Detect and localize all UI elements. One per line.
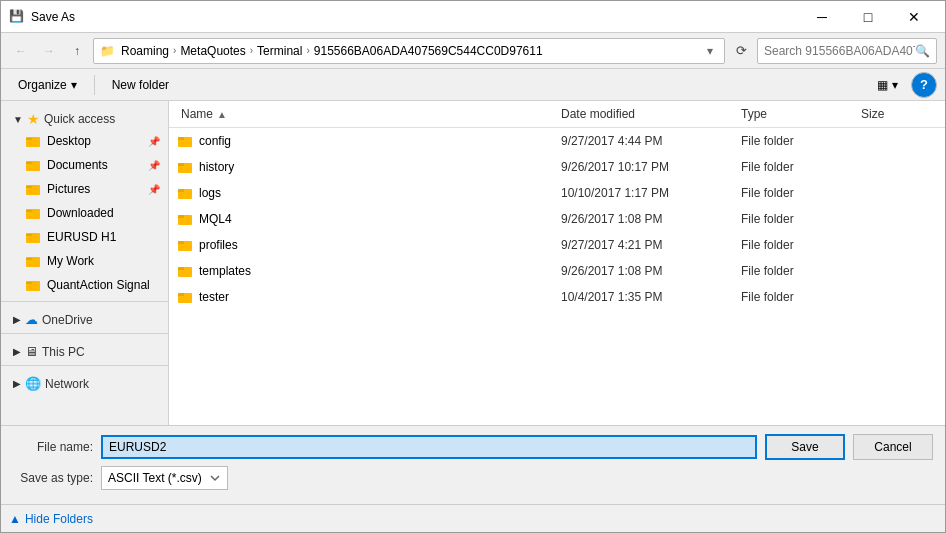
back-button[interactable]: ← [9,39,33,63]
up-button[interactable]: ↑ [65,39,89,63]
main-content: ▼ ★ Quick access Desktop 📌 Documents 📌 [1,101,945,425]
thispc-arrow-icon: ▶ [13,346,21,357]
address-dropdown-icon[interactable]: ▾ [702,44,718,58]
svg-rect-1 [26,138,32,140]
column-headers: Name ▲ Date modified Type Size [169,101,945,128]
minimize-button[interactable]: ─ [799,1,845,33]
file-date-cell: 9/26/2017 1:08 PM [557,264,737,278]
thispc-label: This PC [42,345,85,359]
dialog-title: Save As [31,10,799,24]
table-row[interactable]: history 9/26/2017 10:17 PM File folder [169,154,945,180]
network-label: Network [45,377,89,391]
desktop-label: Desktop [47,134,91,148]
help-button[interactable]: ? [911,72,937,98]
table-row[interactable]: config 9/27/2017 4:44 PM File folder [169,128,945,154]
breadcrumb-icon: 📁 [100,44,115,58]
sidebar-item-quantaction[interactable]: QuantAction Signal [1,273,168,297]
filename-input[interactable] [101,435,757,459]
maximize-button[interactable]: □ [845,1,891,33]
file-type-cell: File folder [737,264,857,278]
downloaded-label: Downloaded [47,206,114,220]
svg-rect-3 [26,162,32,164]
address-bar[interactable]: 📁 Roaming › MetaQuotes › Terminal › 9155… [93,38,725,64]
sidebar-item-pictures[interactable]: Pictures 📌 [1,177,168,201]
sidebar-section-this-pc[interactable]: ▶ 🖥 This PC [1,338,168,361]
sidebar-section-network[interactable]: ▶ 🌐 Network [1,370,168,393]
sidebar-item-documents[interactable]: Documents 📌 [1,153,168,177]
folder-icon [177,289,193,305]
folder-icon [177,211,193,227]
svg-rect-21 [178,215,184,218]
col-size-label: Size [861,107,884,121]
save-button[interactable]: Save [765,434,845,460]
organize-dropdown-icon: ▾ [71,78,77,92]
dialog-icon: 💾 [9,9,25,25]
file-name-cell: config [177,133,557,149]
view-toggle-button[interactable]: ▦ ▾ [868,73,907,97]
col-header-name[interactable]: Name ▲ [177,105,557,123]
onedrive-arrow-icon: ▶ [13,314,21,325]
file-name-label: templates [199,264,251,278]
file-name-label: MQL4 [199,212,232,226]
sidebar-section-onedrive[interactable]: ▶ ☁ OneDrive [1,306,168,329]
refresh-button[interactable]: ⟳ [729,38,753,64]
network-icon: 🌐 [25,376,41,391]
view-controls: ▦ ▾ [868,73,907,97]
search-icon: 🔍 [915,44,930,58]
col-header-size[interactable]: Size [857,105,937,123]
action-toolbar: Organize ▾ New folder ▦ ▾ ? [1,69,945,101]
sidebar-item-desktop[interactable]: Desktop 📌 [1,129,168,153]
savetype-select[interactable]: ASCII Text (*.csv) CSV (*.csv) Text (*.t… [101,466,228,490]
sidebar-item-my-work[interactable]: My Work [1,249,168,273]
search-box[interactable]: 🔍 [757,38,937,64]
col-type-label: Type [741,107,767,121]
table-row[interactable]: templates 9/26/2017 1:08 PM File folder [169,258,945,284]
quantaction-folder-icon [25,277,41,293]
downloaded-folder-icon [25,205,41,221]
table-row[interactable]: profiles 9/27/2017 4:21 PM File folder [169,232,945,258]
network-arrow-icon: ▶ [13,378,21,389]
svg-rect-15 [178,137,184,140]
content-area: Name ▲ Date modified Type Size [169,101,945,425]
file-type-cell: File folder [737,160,857,174]
organize-button[interactable]: Organize ▾ [9,73,86,97]
documents-pin-icon: 📌 [148,160,160,171]
table-row[interactable]: logs 10/10/2017 1:17 PM File folder [169,180,945,206]
search-input[interactable] [764,44,915,58]
file-type-cell: File folder [737,212,857,226]
desktop-folder-icon [25,133,41,149]
svg-rect-13 [26,282,32,284]
title-bar: 💾 Save As ─ □ ✕ [1,1,945,33]
hide-folders-button[interactable]: ▲ Hide Folders [9,512,93,526]
breadcrumb-part-3: Terminal [257,44,302,58]
toolbar-separator [94,75,95,95]
close-button[interactable]: ✕ [891,1,937,33]
table-row[interactable]: MQL4 9/26/2017 1:08 PM File folder [169,206,945,232]
sidebar-item-downloaded[interactable]: Downloaded [1,201,168,225]
file-name-cell: history [177,159,557,175]
sidebar-item-eurusd-h1[interactable]: EURUSD H1 [1,225,168,249]
svg-rect-27 [178,293,184,296]
file-date-cell: 9/26/2017 1:08 PM [557,212,737,226]
forward-button[interactable]: → [37,39,61,63]
svg-rect-25 [178,267,184,270]
svg-rect-23 [178,241,184,244]
cancel-button[interactable]: Cancel [853,434,933,460]
folder-icon [177,185,193,201]
quick-access-arrow-icon: ▼ [13,114,23,125]
col-header-type[interactable]: Type [737,105,857,123]
new-folder-button[interactable]: New folder [103,73,178,97]
view-icon: ▦ [877,78,888,92]
svg-rect-7 [26,210,32,212]
documents-label: Documents [47,158,108,172]
col-header-date[interactable]: Date modified [557,105,737,123]
table-row[interactable]: tester 10/4/2017 1:35 PM File folder [169,284,945,310]
svg-rect-11 [26,258,32,260]
sort-arrow-icon: ▲ [217,109,227,120]
footer: ▲ Hide Folders [1,504,945,532]
sidebar-section-quick-access[interactable]: ▼ ★ Quick access [1,105,168,129]
file-date-cell: 9/26/2017 10:17 PM [557,160,737,174]
file-type-cell: File folder [737,186,857,200]
breadcrumb-part-1: Roaming [121,44,169,58]
file-type-cell: File folder [737,134,857,148]
